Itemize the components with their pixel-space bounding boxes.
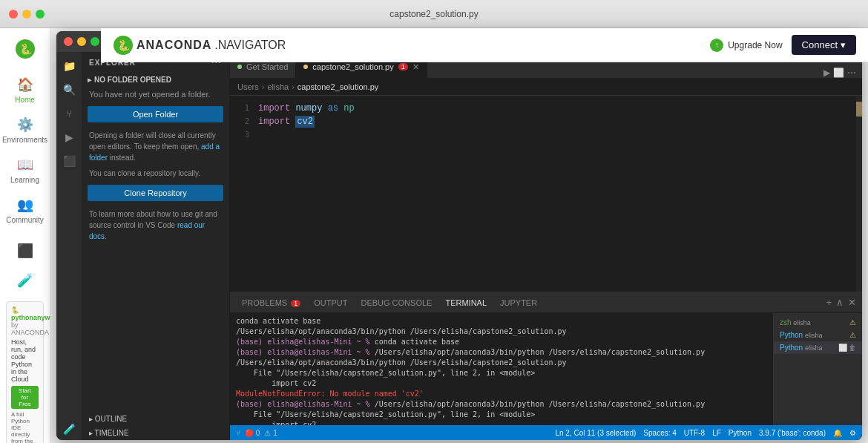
explorer-note2: instead. <box>110 154 136 162</box>
clone-repo-btn[interactable]: Clone Repository <box>88 185 223 201</box>
terminal-line-4: (base) elisha@elishas-Mini ~ % /Users/el… <box>236 347 767 358</box>
line-num-3: 3 <box>233 128 249 142</box>
capstone-tab-close-icon[interactable]: ✕ <box>412 62 419 72</box>
ad-description: Host, run, and code Python in the Cloud <box>11 338 39 383</box>
upgrade-button[interactable]: ↑ Upgrade Now <box>710 39 782 52</box>
terminal-line-9: (base) elisha@elishas-Mini ~ % /Users/el… <box>236 399 767 410</box>
terminal-session-zsh-name: elisha <box>793 319 811 326</box>
explorer-activity-icon[interactable]: 📁 <box>58 55 80 77</box>
terminal-add-icon[interactable]: + <box>826 297 832 308</box>
terminal-tab-output[interactable]: OUTPUT <box>308 297 353 309</box>
sidebar-item-flask[interactable]: 🧪 <box>0 266 50 295</box>
minimap <box>856 96 862 292</box>
svg-text:🐍: 🐍 <box>117 39 131 52</box>
explorer-lower: ▸ OUTLINE ▸ TIMELINE <box>82 412 229 440</box>
terminal-session-python1-name: elisha <box>805 332 823 339</box>
terminal-session-python2[interactable]: Python elisha ⬜ 🗑 <box>774 341 862 354</box>
vscode-window: capstone2_solution.py ⬜ ⬛ ▤ ⋯ 📁 🔍 ⑂ <box>56 31 862 440</box>
terminal-tabs-right: + ∧ ✕ <box>826 297 856 308</box>
statusbar-notification-icon: 🔔 <box>833 429 842 437</box>
ad-area: 🐍 pythonanywhere by ANACONDA Host, run, … <box>0 295 50 443</box>
run-python-icon[interactable]: ▶ <box>823 68 830 78</box>
code-area[interactable]: import numpy as np import cv2 <box>252 96 856 292</box>
extensions-icon: ⬛ <box>16 242 34 260</box>
terminal-tab-debug[interactable]: DEBUG CONSOLE <box>355 297 438 309</box>
explorer-description: You have not yet opened a folder. <box>82 87 229 102</box>
explorer-desc-text: You have not yet opened a folder. <box>89 90 211 99</box>
win-minimize-btn[interactable] <box>22 10 31 19</box>
code-line-1: import numpy as np <box>258 102 850 115</box>
outline-label: OUTLINE <box>95 415 127 423</box>
line-numbers: 1 2 3 <box>230 96 252 292</box>
extensions-activity-icon[interactable]: ⬛ <box>58 150 80 172</box>
terminal-close-icon[interactable]: ✕ <box>848 297 856 308</box>
terminal-tab-problems[interactable]: PROBLEMS 1 <box>236 297 306 309</box>
sidebar-item-extensions[interactable]: ⬛ <box>0 236 50 266</box>
explorer-outline[interactable]: ▸ OUTLINE <box>82 412 229 426</box>
get-started-tab-label: Get Started <box>246 62 288 71</box>
vscode-activity-bar: 📁 🔍 ⑂ ▶ ⬛ 🧪 <box>56 52 82 440</box>
breadcrumb-sep1: › <box>262 82 265 91</box>
terminal-main[interactable]: conda activate base /Users/elisha/opt/an… <box>230 313 773 425</box>
search-activity-icon[interactable]: 🔍 <box>58 79 80 101</box>
terminal-tab-jupyter[interactable]: JUPYTER <box>494 297 543 309</box>
vscode-max-btn[interactable] <box>91 37 99 46</box>
right-panel: 🐍 ANACONDA.NAVIGATOR ↑ Upgrade Now Conne… <box>50 28 868 443</box>
home-icon: 🏠 <box>16 76 34 93</box>
terminal-trash-icon[interactable]: 🗑 <box>849 344 856 352</box>
terminal-session-python1[interactable]: Python elisha ⚠ <box>774 329 862 341</box>
explorer-no-folder-section[interactable]: ▸ NO FOLDER OPENED <box>82 73 229 87</box>
terminal-tabs: PROBLEMS 1 OUTPUT DEBUG CONSOLE TERMINAL… <box>230 292 862 313</box>
vscode-min-btn[interactable] <box>77 37 86 46</box>
terminal-split-icon[interactable]: ⬜ <box>838 344 847 352</box>
terminal-line-10: File "/Users/elisha/capstone2_solution.p… <box>236 410 767 420</box>
capstone-tab-label: capstone2_solution.py <box>312 62 393 71</box>
anaconda-brand-icon: 🐍 <box>113 35 134 56</box>
statusbar-warnings: ⚠ 1 <box>264 429 277 437</box>
explorer-no-folder-label: NO FOLDER OPENED <box>94 76 171 84</box>
more-editor-icon[interactable]: ⋯ <box>847 68 856 78</box>
vscode-win-controls <box>64 37 99 46</box>
chevron-right-icon: ▸ <box>88 76 91 84</box>
win-maximize-btn[interactable] <box>36 10 45 19</box>
anaconda-logo-icon: 🐍 <box>15 39 36 59</box>
explorer-git-note: To learn more about how to use git and s… <box>82 206 229 245</box>
statusbar-left: ⑂ 🔴 0 ⚠ 1 <box>236 429 277 437</box>
run-activity-icon[interactable]: ▶ <box>58 126 80 148</box>
statusbar-line-ending: LF <box>712 429 721 437</box>
connect-button[interactable]: Connect ▾ <box>792 35 856 55</box>
terminal-session-zsh[interactable]: zsh elisha ⚠ <box>774 316 862 329</box>
terminal-chevron-icon[interactable]: ∧ <box>836 297 844 308</box>
vscode-container: capstone2_solution.py ⬜ ⬛ ▤ ⋯ 📁 🔍 ⑂ <box>50 62 868 443</box>
terminal-session-controls: ⬜ 🗑 <box>838 344 856 352</box>
explorer-timeline[interactable]: ▸ TIMELINE <box>82 426 229 440</box>
win-close-btn[interactable] <box>9 10 18 19</box>
timeline-label: TIMELINE <box>95 429 129 437</box>
sidebar-item-environments[interactable]: ⚙️ Environments <box>0 110 50 150</box>
vscode-main: 📁 🔍 ⑂ ▶ ⬛ 🧪 EXPLORER ⋯ <box>56 52 862 440</box>
top-bar-title: capstone2_solution.py <box>389 9 478 19</box>
upgrade-label: Upgrade Now <box>728 40 782 50</box>
sidebar-item-home[interactable]: 🏠 Home <box>0 70 50 110</box>
anaconda-brand: 🐍 ANACONDA.NAVIGATOR <box>113 35 286 56</box>
ad-title: Host, run, and code Python in the Cloud <box>11 338 36 383</box>
breadcrumb-file: capstone2_solution.py <box>297 82 378 91</box>
split-editor-right-icon[interactable]: ⬜ <box>833 68 844 78</box>
ad-note: A full Python IDE directlyfrom the brows… <box>11 411 39 443</box>
vscode-close-btn[interactable] <box>64 37 73 46</box>
terminal-tab-terminal[interactable]: TERMINAL <box>439 297 493 309</box>
sidebar-item-community[interactable]: 👥 Community <box>0 190 50 230</box>
connect-label: Connect <box>802 39 838 50</box>
brand-name-part1: ANACONDA <box>137 39 211 52</box>
capstone-tab-badge: 1 <box>398 63 408 70</box>
statusbar-version: 3.9.7 ('base': conda) <box>759 429 826 437</box>
open-folder-btn[interactable]: Open Folder <box>88 106 223 122</box>
sidebar-item-learning[interactable]: 📖 Learning <box>0 150 50 190</box>
editor-content-wrap: 1 2 3 import numpy as np import cv2 <box>230 96 862 292</box>
flask-activity-icon[interactable]: 🧪 <box>58 418 80 440</box>
source-control-activity-icon[interactable]: ⑂ <box>58 102 80 125</box>
line-num-2: 2 <box>233 115 249 128</box>
ad-start-btn[interactable]: Start for Free <box>11 386 39 409</box>
flask-icon: 🧪 <box>16 272 34 289</box>
top-bar: capstone2_solution.py <box>0 0 868 28</box>
